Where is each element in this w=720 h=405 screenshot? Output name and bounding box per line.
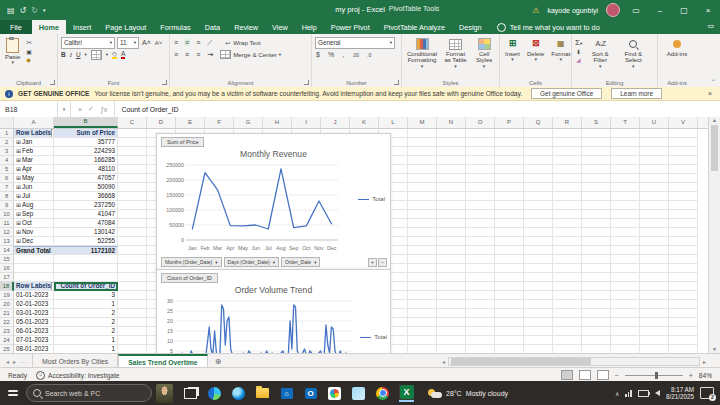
clear-icon[interactable]: ◢ (575, 56, 582, 63)
cell-N2[interactable] (437, 138, 466, 147)
cell-R17[interactable] (553, 273, 582, 282)
cell-O21[interactable] (466, 309, 495, 318)
cell-M3[interactable] (408, 147, 437, 156)
column-header-O[interactable]: O (466, 117, 495, 128)
cell-Q5[interactable] (524, 165, 553, 174)
cell-A25[interactable]: 08-01-2023 (14, 345, 54, 353)
row-header-2[interactable]: 2 (0, 138, 14, 147)
cell-N1[interactable] (437, 129, 466, 138)
comma-style-icon[interactable]: , (341, 51, 345, 58)
cell-N5[interactable] (437, 165, 466, 174)
microsoft-store-icon[interactable]: ⌂ (279, 386, 294, 401)
cell-O9[interactable] (466, 201, 495, 210)
cell-A17[interactable] (14, 273, 54, 282)
cell-O23[interactable] (466, 327, 495, 336)
cell-M6[interactable] (408, 174, 437, 183)
cell-V16[interactable] (669, 264, 698, 273)
cell-M5[interactable] (408, 165, 437, 174)
cell-B3[interactable]: 224293 (54, 147, 118, 156)
cell-N23[interactable] (437, 327, 466, 336)
cell-C3[interactable] (118, 147, 147, 156)
cell-O8[interactable] (466, 192, 495, 201)
cell-R20[interactable] (553, 300, 582, 309)
cell-T17[interactable] (611, 273, 640, 282)
column-header-P[interactable]: P (495, 117, 524, 128)
cell-A10[interactable]: ⊞Sep (14, 210, 54, 219)
undo-icon[interactable]: ↺ (20, 6, 27, 15)
cell-C25[interactable] (118, 345, 147, 353)
cell-M4[interactable] (408, 156, 437, 165)
prev-sheet-icon[interactable]: ◂ (6, 358, 9, 365)
cell-C6[interactable] (118, 174, 147, 183)
cell-U7[interactable] (640, 183, 669, 192)
cell-R12[interactable] (553, 228, 582, 237)
cell-M7[interactable] (408, 183, 437, 192)
cell-C7[interactable] (118, 183, 147, 192)
customize-qat-icon[interactable]: ▾ (43, 7, 46, 13)
indent-icon[interactable]: ⇥ (206, 51, 214, 59)
action-center-icon[interactable]: 2 (700, 387, 714, 399)
tab-design[interactable]: Design (452, 20, 489, 34)
conditional-formatting-button[interactable]: Conditional Formatting▾ (405, 37, 439, 76)
cut-icon[interactable]: ✂ (25, 39, 33, 47)
cell-R13[interactable] (553, 237, 582, 246)
cell-U13[interactable] (640, 237, 669, 246)
cell-P19[interactable] (495, 291, 524, 300)
cell-M13[interactable] (408, 237, 437, 246)
cell-O25[interactable] (466, 345, 495, 353)
cell-O15[interactable] (466, 255, 495, 264)
font-color-icon[interactable]: A (121, 51, 125, 59)
cell-V4[interactable] (669, 156, 698, 165)
comments-icon[interactable]: ▭ (707, 22, 714, 30)
cell-U24[interactable] (640, 336, 669, 345)
cell-P8[interactable] (495, 192, 524, 201)
cell-T20[interactable] (611, 300, 640, 309)
cell-U22[interactable] (640, 318, 669, 327)
cell-C24[interactable] (118, 336, 147, 345)
user-avatar[interactable] (606, 3, 620, 17)
expand-icon[interactable]: ⊞ (16, 228, 21, 236)
cell-V10[interactable] (669, 210, 698, 219)
cell-O22[interactable] (466, 318, 495, 327)
cell-O13[interactable] (466, 237, 495, 246)
cell-N16[interactable] (437, 264, 466, 273)
restore-button[interactable]: ▢ (676, 6, 692, 15)
cell-U14[interactable] (640, 246, 669, 255)
taskbar-search-input[interactable]: Search web & PC (26, 384, 152, 402)
cell-S13[interactable] (582, 237, 611, 246)
column-header-M[interactable]: M (408, 117, 437, 128)
cell-Q1[interactable] (524, 129, 553, 138)
accounting-format-icon[interactable]: $ (315, 51, 321, 58)
chart-title[interactable]: Monthly Revenue (157, 149, 390, 159)
cell-T8[interactable] (611, 192, 640, 201)
row-header-10[interactable]: 10 (0, 210, 14, 219)
bold-button[interactable]: B (61, 51, 66, 58)
redo-icon[interactable]: ↻ (31, 6, 38, 15)
expand-field-icon[interactable]: + (368, 258, 377, 267)
cell-M8[interactable] (408, 192, 437, 201)
cell-Q8[interactable] (524, 192, 553, 201)
cell-U19[interactable] (640, 291, 669, 300)
enter-icon[interactable]: ✓ (88, 105, 94, 113)
speaker-icon[interactable] (655, 390, 660, 396)
tab-page-layout[interactable]: Page Layout (98, 20, 153, 34)
cell-V25[interactable] (669, 345, 698, 353)
row-header-5[interactable]: 5 (0, 165, 14, 174)
cell-Q24[interactable] (524, 336, 553, 345)
cell-B16[interactable] (54, 264, 118, 273)
cell-O3[interactable] (466, 147, 495, 156)
row-header-18[interactable]: 18 (0, 282, 14, 291)
cell-T12[interactable] (611, 228, 640, 237)
paint-3d-icon[interactable] (351, 386, 366, 401)
cell-B19[interactable]: 3 (54, 291, 118, 300)
addins-button[interactable]: Add-ins (661, 37, 693, 76)
outlook-icon[interactable]: O (303, 386, 318, 401)
row-header-25[interactable]: 25 (0, 345, 14, 353)
row-header-22[interactable]: 22 (0, 318, 14, 327)
cell-M23[interactable] (408, 327, 437, 336)
fill-color-icon[interactable]: ◇ (112, 51, 117, 59)
edge-colorful-icon[interactable] (207, 386, 222, 401)
cell-S21[interactable] (582, 309, 611, 318)
cell-A23[interactable]: 06-01-2023 (14, 327, 54, 336)
cell-T22[interactable] (611, 318, 640, 327)
